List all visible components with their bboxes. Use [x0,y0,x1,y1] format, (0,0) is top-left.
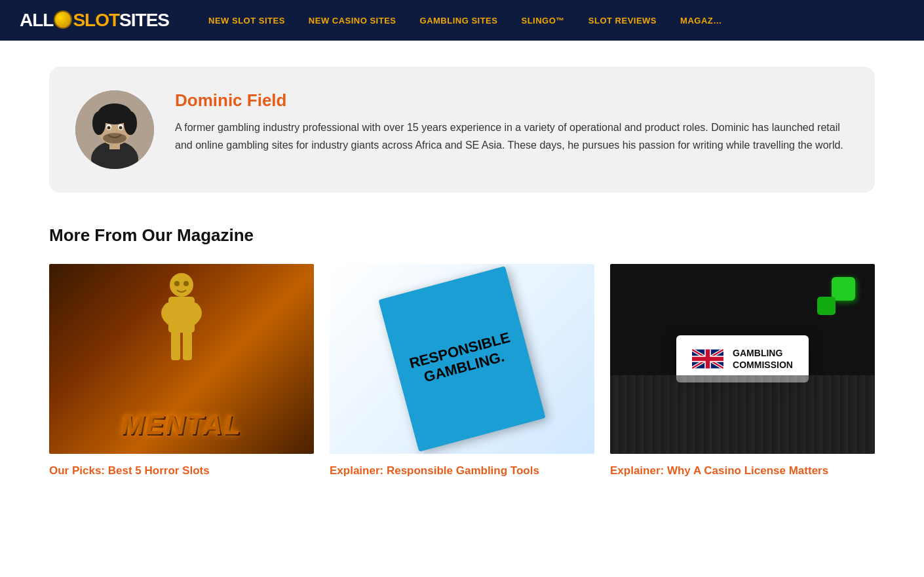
svg-point-11 [103,133,126,143]
logo-slot: SLOT [73,10,119,31]
svg-rect-26 [692,357,723,361]
logo-sites: SITES [119,10,169,31]
svg-point-9 [107,126,111,130]
main-content: Dominic Field A former gambling industry… [49,41,875,505]
article-card-gambling[interactable]: RESPONSIBLEGAMBLING. Explainer: Responsi… [330,264,594,479]
articles-grid: MENTAL Our Picks: Best 5 Horror Slots RE… [49,264,875,479]
svg-point-6 [124,111,137,135]
article-thumbnail-horror: MENTAL [49,264,314,454]
article-thumbnail-gambling: RESPONSIBLEGAMBLING. [330,264,594,454]
svg-point-12 [170,273,193,297]
dice-green-icon [832,277,855,301]
article-card-license[interactable]: GAMBLINGCOMMISSION Explainer: Why A Casi… [610,264,875,479]
author-card: Dominic Field A former gambling industry… [49,67,875,193]
logo-all: ALL [20,10,53,31]
svg-point-5 [92,111,106,135]
magazine-section: More From Our Magazine [49,225,875,479]
section-title: More From Our Magazine [49,225,875,246]
article-title-horror: Our Picks: Best 5 Horror Slots [49,463,314,479]
author-avatar-wrapper [75,90,154,169]
author-avatar-image [75,90,154,169]
article-thumbnail-license: GAMBLINGCOMMISSION [610,264,875,454]
article-card-horror[interactable]: MENTAL Our Picks: Best 5 Horror Slots [49,264,314,479]
book-blue: RESPONSIBLEGAMBLING. [378,266,545,452]
site-header: ALLSLOTSITES NEW SLOT SITES NEW CASINO S… [0,0,924,41]
dice-green2-icon [817,297,836,315]
article-title-license: Explainer: Why A Casino License Matters [610,463,875,479]
article-title-gambling: Explainer: Responsible Gambling Tools [330,463,594,479]
nav-slot-reviews[interactable]: SLOT REVIEWS [588,16,657,26]
keyboard-bg [610,375,875,454]
svg-rect-17 [183,331,192,360]
author-info: Dominic Field A former gambling industry… [175,90,849,154]
nav-slingo[interactable]: SLINGO™ [521,16,564,26]
nav-new-casino-sites[interactable]: NEW CASINO SITES [309,16,396,26]
svg-point-13 [174,281,180,286]
svg-point-10 [119,126,123,130]
author-name: Dominic Field [175,90,849,111]
horror-figure-icon [155,270,208,362]
author-bio: A former gambling industry professional … [175,119,849,154]
nav-magazine[interactable]: MAGAZ… [680,16,722,26]
logo-coin-icon [54,10,72,29]
uk-flag-icon [692,349,723,369]
svg-point-14 [183,281,189,286]
svg-rect-16 [171,331,180,360]
main-nav: NEW SLOT SITES NEW CASINO SITES GAMBLING… [208,16,904,26]
author-avatar [75,90,154,169]
nav-gambling-sites[interactable]: GAMBLING SITES [420,16,498,26]
nav-new-slot-sites[interactable]: NEW SLOT SITES [208,16,285,26]
site-logo[interactable]: ALLSLOTSITES [20,10,169,31]
book-blue-text: RESPONSIBLEGAMBLING. [400,321,524,397]
horror-text: MENTAL [121,409,242,441]
license-text: GAMBLINGCOMMISSION [733,347,793,371]
